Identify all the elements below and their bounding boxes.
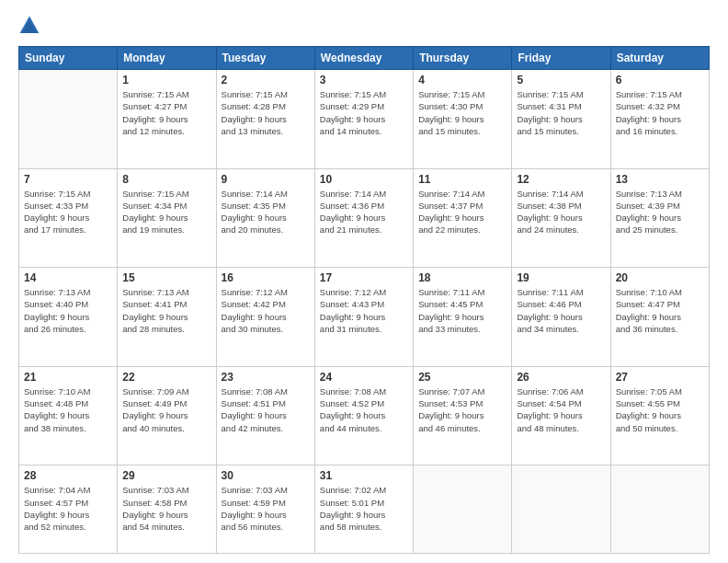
day-info: Sunrise: 7:15 AM Sunset: 4:27 PM Dayligh… (122, 88, 210, 137)
calendar-cell: 10Sunrise: 7:14 AM Sunset: 4:36 PM Dayli… (314, 168, 413, 268)
calendar-cell (414, 465, 512, 554)
day-number: 18 (418, 271, 506, 284)
day-header-monday: Monday (118, 47, 216, 70)
day-number: 2 (222, 74, 310, 86)
day-number: 11 (418, 173, 506, 186)
calendar-cell: 1Sunrise: 7:15 AM Sunset: 4:27 PM Daylig… (118, 70, 216, 169)
day-number: 13 (616, 173, 704, 186)
day-info: Sunrise: 7:08 AM Sunset: 4:52 PM Dayligh… (320, 385, 408, 434)
calendar-cell: 22Sunrise: 7:09 AM Sunset: 4:49 PM Dayli… (118, 366, 216, 465)
day-info: Sunrise: 7:14 AM Sunset: 4:36 PM Dayligh… (320, 188, 408, 236)
calendar-cell: 3Sunrise: 7:15 AM Sunset: 4:29 PM Daylig… (314, 70, 413, 169)
day-number: 21 (24, 371, 112, 384)
day-info: Sunrise: 7:15 AM Sunset: 4:33 PM Dayligh… (24, 188, 112, 236)
day-info: Sunrise: 7:15 AM Sunset: 4:30 PM Dayligh… (418, 88, 506, 137)
calendar-cell: 30Sunrise: 7:03 AM Sunset: 4:59 PM Dayli… (216, 465, 314, 554)
day-info: Sunrise: 7:10 AM Sunset: 4:48 PM Dayligh… (24, 385, 112, 434)
day-info: Sunrise: 7:03 AM Sunset: 4:58 PM Dayligh… (122, 484, 210, 533)
day-number: 22 (122, 371, 210, 384)
calendar-cell: 23Sunrise: 7:08 AM Sunset: 4:51 PM Dayli… (216, 366, 314, 465)
logo (18, 15, 44, 37)
day-info: Sunrise: 7:15 AM Sunset: 4:29 PM Dayligh… (320, 88, 408, 137)
day-info: Sunrise: 7:04 AM Sunset: 4:57 PM Dayligh… (24, 484, 112, 533)
calendar-cell: 11Sunrise: 7:14 AM Sunset: 4:37 PM Dayli… (414, 168, 512, 268)
calendar-cell: 7Sunrise: 7:15 AM Sunset: 4:33 PM Daylig… (19, 168, 118, 268)
calendar-cell: 20Sunrise: 7:10 AM Sunset: 4:47 PM Dayli… (610, 268, 709, 367)
day-info: Sunrise: 7:13 AM Sunset: 4:39 PM Dayligh… (616, 188, 704, 236)
calendar-cell: 19Sunrise: 7:11 AM Sunset: 4:46 PM Dayli… (512, 268, 610, 367)
calendar-cell: 2Sunrise: 7:15 AM Sunset: 4:28 PM Daylig… (216, 70, 314, 169)
day-header-tuesday: Tuesday (216, 47, 314, 70)
calendar-cell: 6Sunrise: 7:15 AM Sunset: 4:32 PM Daylig… (610, 70, 709, 169)
day-header-thursday: Thursday (414, 47, 512, 70)
day-number: 23 (222, 371, 310, 384)
day-number: 1 (122, 74, 210, 86)
day-header-saturday: Saturday (610, 47, 709, 70)
day-number: 29 (122, 469, 210, 482)
day-info: Sunrise: 7:06 AM Sunset: 4:54 PM Dayligh… (517, 385, 605, 434)
calendar-cell: 13Sunrise: 7:13 AM Sunset: 4:39 PM Dayli… (610, 168, 709, 268)
day-info: Sunrise: 7:09 AM Sunset: 4:49 PM Dayligh… (122, 385, 210, 434)
calendar-cell: 28Sunrise: 7:04 AM Sunset: 4:57 PM Dayli… (19, 465, 118, 554)
calendar-cell: 5Sunrise: 7:15 AM Sunset: 4:31 PM Daylig… (512, 70, 610, 169)
day-info: Sunrise: 7:13 AM Sunset: 4:41 PM Dayligh… (122, 286, 210, 335)
calendar-cell: 18Sunrise: 7:11 AM Sunset: 4:45 PM Dayli… (414, 268, 512, 367)
week-row-3: 21Sunrise: 7:10 AM Sunset: 4:48 PM Dayli… (19, 366, 710, 465)
day-info: Sunrise: 7:14 AM Sunset: 4:35 PM Dayligh… (222, 188, 310, 236)
calendar-cell: 9Sunrise: 7:14 AM Sunset: 4:35 PM Daylig… (216, 168, 314, 268)
day-number: 27 (616, 371, 704, 384)
day-number: 3 (320, 74, 408, 86)
calendar-cell: 29Sunrise: 7:03 AM Sunset: 4:58 PM Dayli… (118, 465, 216, 554)
day-header-friday: Friday (512, 47, 610, 70)
calendar-cell: 24Sunrise: 7:08 AM Sunset: 4:52 PM Dayli… (314, 366, 413, 465)
calendar-cell: 17Sunrise: 7:12 AM Sunset: 4:43 PM Dayli… (314, 268, 413, 367)
day-number: 30 (222, 469, 310, 482)
day-number: 15 (122, 271, 210, 284)
day-number: 6 (616, 74, 704, 86)
calendar-cell: 8Sunrise: 7:15 AM Sunset: 4:34 PM Daylig… (118, 168, 216, 268)
calendar-cell: 12Sunrise: 7:14 AM Sunset: 4:38 PM Dayli… (512, 168, 610, 268)
day-info: Sunrise: 7:15 AM Sunset: 4:32 PM Dayligh… (616, 88, 704, 137)
day-number: 28 (24, 469, 112, 482)
logo-icon (18, 15, 40, 37)
day-number: 16 (222, 271, 310, 284)
day-info: Sunrise: 7:05 AM Sunset: 4:55 PM Dayligh… (616, 385, 704, 434)
day-info: Sunrise: 7:08 AM Sunset: 4:51 PM Dayligh… (222, 385, 310, 434)
day-number: 24 (320, 371, 408, 384)
calendar-cell: 4Sunrise: 7:15 AM Sunset: 4:30 PM Daylig… (414, 70, 512, 169)
day-info: Sunrise: 7:13 AM Sunset: 4:40 PM Dayligh… (24, 286, 112, 335)
day-info: Sunrise: 7:10 AM Sunset: 4:47 PM Dayligh… (616, 286, 704, 335)
day-header-row: SundayMondayTuesdayWednesdayThursdayFrid… (19, 47, 710, 70)
calendar-cell: 14Sunrise: 7:13 AM Sunset: 4:40 PM Dayli… (19, 268, 118, 367)
day-info: Sunrise: 7:11 AM Sunset: 4:45 PM Dayligh… (418, 286, 506, 335)
page: SundayMondayTuesdayWednesdayThursdayFrid… (0, 0, 728, 563)
day-info: Sunrise: 7:02 AM Sunset: 5:01 PM Dayligh… (320, 484, 408, 533)
day-number: 5 (517, 74, 605, 86)
day-info: Sunrise: 7:12 AM Sunset: 4:43 PM Dayligh… (320, 286, 408, 335)
day-number: 31 (320, 469, 408, 482)
day-number: 7 (24, 173, 112, 186)
day-number: 17 (320, 271, 408, 284)
day-number: 14 (24, 271, 112, 284)
calendar-cell: 21Sunrise: 7:10 AM Sunset: 4:48 PM Dayli… (19, 366, 118, 465)
day-number: 19 (517, 271, 605, 284)
day-number: 20 (616, 271, 704, 284)
day-number: 12 (517, 173, 605, 186)
day-info: Sunrise: 7:15 AM Sunset: 4:31 PM Dayligh… (517, 88, 605, 137)
week-row-0: 1Sunrise: 7:15 AM Sunset: 4:27 PM Daylig… (19, 70, 710, 169)
calendar-table: SundayMondayTuesdayWednesdayThursdayFrid… (18, 46, 710, 554)
day-number: 9 (222, 173, 310, 186)
day-number: 8 (122, 173, 210, 186)
week-row-2: 14Sunrise: 7:13 AM Sunset: 4:40 PM Dayli… (19, 268, 710, 367)
week-row-1: 7Sunrise: 7:15 AM Sunset: 4:33 PM Daylig… (19, 168, 710, 268)
calendar-cell: 16Sunrise: 7:12 AM Sunset: 4:42 PM Dayli… (216, 268, 314, 367)
calendar-cell: 15Sunrise: 7:13 AM Sunset: 4:41 PM Dayli… (118, 268, 216, 367)
day-number: 26 (517, 371, 605, 384)
day-info: Sunrise: 7:12 AM Sunset: 4:42 PM Dayligh… (222, 286, 310, 335)
calendar-cell (610, 465, 709, 554)
day-info: Sunrise: 7:11 AM Sunset: 4:46 PM Dayligh… (517, 286, 605, 335)
calendar-cell (512, 465, 610, 554)
day-header-wednesday: Wednesday (314, 47, 413, 70)
week-row-4: 28Sunrise: 7:04 AM Sunset: 4:57 PM Dayli… (19, 465, 710, 554)
calendar-cell: 31Sunrise: 7:02 AM Sunset: 5:01 PM Dayli… (314, 465, 413, 554)
